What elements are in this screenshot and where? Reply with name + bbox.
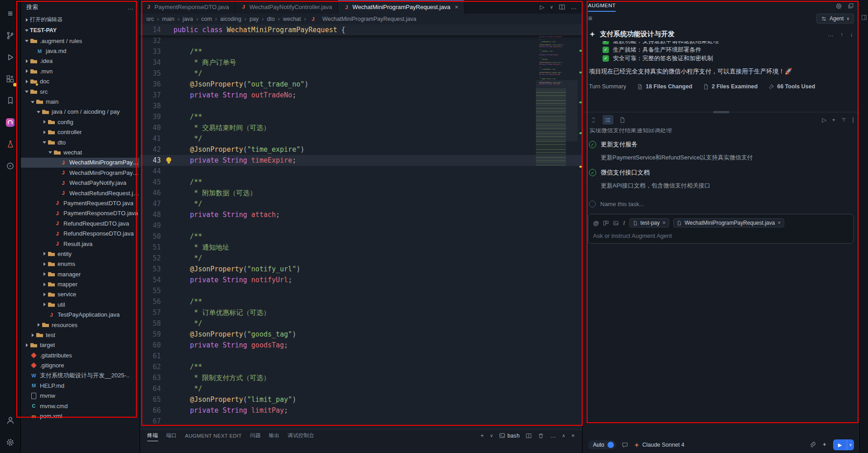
- line-number[interactable]: 34: [140, 57, 161, 68]
- code-line[interactable]: 48 private String attach;: [140, 209, 582, 220]
- code-line[interactable]: 34 * 商户订单号: [140, 57, 582, 68]
- code-line[interactable]: 60 private String goodsTag;: [140, 340, 582, 351]
- code-line[interactable]: 57 * 订单优惠标记（可选）: [140, 307, 582, 318]
- tree-item[interactable]: .gitattributes: [21, 350, 140, 360]
- line-number[interactable]: 64: [140, 383, 161, 394]
- run-button[interactable]: ▷: [540, 4, 545, 10]
- more-actions-icon[interactable]: …: [571, 4, 577, 10]
- tree-item[interactable]: JPaymentResponseDTO.java: [21, 208, 140, 218]
- chat-icon[interactable]: [622, 442, 628, 448]
- auto-mode-toggle[interactable]: Auto: [588, 440, 616, 449]
- line-number[interactable]: 53: [140, 264, 161, 275]
- clipped-task-line[interactable]: 实现微信支付结果通知回调处理: [589, 128, 853, 134]
- tree-item[interactable]: mapper: [21, 279, 140, 289]
- line-number[interactable]: 66: [140, 405, 161, 416]
- tree-item[interactable]: .idea: [21, 56, 140, 66]
- line-number[interactable]: 44: [140, 166, 161, 177]
- collapse-all-icon[interactable]: [588, 115, 599, 125]
- close-tab-icon[interactable]: ×: [455, 4, 458, 10]
- agent-input-placeholder[interactable]: Ask or instruct Augment Agent: [593, 232, 849, 239]
- line-number[interactable]: 61: [140, 351, 161, 361]
- code-line[interactable]: 65 @JsonProperty("limit_pay"): [140, 394, 582, 405]
- image-icon[interactable]: [613, 220, 619, 226]
- files-examined-stat[interactable]: 2 Files Examined: [703, 83, 757, 90]
- tab-ports[interactable]: 端口: [166, 430, 177, 441]
- line-number[interactable]: 55: [140, 285, 161, 296]
- code-line[interactable]: 67: [140, 416, 582, 427]
- kill-terminal-icon[interactable]: [538, 433, 544, 439]
- line-number[interactable]: 36: [140, 79, 161, 90]
- arrow-down-icon[interactable]: ↓: [850, 31, 854, 38]
- tab-payment-response-dto[interactable]: J PaymentResponseDTO.java: [140, 0, 235, 14]
- code-line[interactable]: 43 private String timeExpire;: [140, 155, 582, 166]
- line-number[interactable]: 54: [140, 275, 161, 285]
- add-task-icon[interactable]: +: [832, 116, 835, 123]
- files-changed-stat[interactable]: 18 Files Changed: [637, 83, 692, 90]
- breadcrumb-segment[interactable]: com: [201, 16, 212, 22]
- tree-item[interactable]: JRefundRequestDTO.java: [21, 218, 140, 228]
- tree-item[interactable]: doc: [21, 77, 140, 87]
- breadcrumb-segment[interactable]: dto: [267, 16, 275, 22]
- tree-item[interactable]: test: [21, 330, 140, 340]
- panel-divider[interactable]: [583, 112, 859, 112]
- line-number[interactable]: 58: [140, 318, 161, 329]
- line-number[interactable]: 38: [140, 101, 161, 111]
- line-number[interactable]: 59: [140, 329, 161, 340]
- tree-item[interactable]: mpom.xml: [21, 411, 140, 421]
- settings-gear-icon[interactable]: [0, 431, 21, 453]
- send-options-icon[interactable]: ∨: [847, 439, 854, 450]
- line-number[interactable]: 33: [140, 46, 161, 57]
- code-line[interactable]: 49: [140, 220, 582, 231]
- breadcrumb-segment[interactable]: main: [162, 16, 174, 22]
- tree-item[interactable]: enums: [21, 259, 140, 269]
- code-line[interactable]: 42 @JsonProperty("time_expire"): [140, 144, 582, 155]
- line-number[interactable]: 45: [140, 177, 161, 188]
- tree-item[interactable]: JWechatRefundRequest.ja..: [21, 188, 140, 198]
- task-list-view-icon[interactable]: [603, 115, 613, 125]
- terminal-shell-item[interactable]: bash: [499, 433, 520, 439]
- code-line[interactable]: 45 /**: [140, 177, 582, 188]
- more-actions-icon[interactable]: …: [127, 4, 134, 11]
- breadcrumb-segment[interactable]: wechat: [283, 16, 301, 22]
- code-line[interactable]: 51 * 通知地址: [140, 242, 582, 253]
- run-debug-icon[interactable]: [0, 46, 21, 68]
- task-item[interactable]: ✓ 微信支付接口文档: [589, 169, 853, 177]
- line-number[interactable]: 65: [140, 394, 161, 405]
- tree-item[interactable]: Cmvnw.cmd: [21, 401, 140, 411]
- line-number[interactable]: 42: [140, 144, 161, 155]
- code-editor[interactable]: 14 public class WechatMiniProgramPayRequ…: [140, 24, 582, 429]
- line-number[interactable]: 50: [140, 231, 161, 242]
- tree-item[interactable]: Mjava.md: [21, 46, 140, 56]
- line-number[interactable]: 32: [140, 35, 161, 46]
- code-line[interactable]: 33 /**: [140, 46, 582, 57]
- tree-item[interactable]: JRefundResponseDTO.java: [21, 228, 140, 238]
- code-line[interactable]: 41 */: [140, 133, 582, 144]
- layout-icon[interactable]: [861, 14, 867, 20]
- code-line[interactable]: 39 /**: [140, 111, 582, 122]
- code-line[interactable]: 54 private String notifyUrl;: [140, 275, 582, 285]
- extensions-icon[interactable]: [0, 68, 21, 90]
- code-line[interactable]: 47 */: [140, 198, 582, 209]
- tree-item[interactable]: mvnw: [21, 391, 140, 401]
- tree-item[interactable]: JWechatMiniProgramPayR..: [21, 158, 140, 168]
- line-number[interactable]: 52: [140, 253, 161, 264]
- menu-icon[interactable]: ≡: [0, 3, 21, 24]
- code-line[interactable]: 53 @JsonProperty("notify_url"): [140, 264, 582, 275]
- breadcrumb-segment[interactable]: pay: [250, 16, 259, 22]
- agent-input-box[interactable]: @ I test-pay × WechatMiniProgramPayReque…: [588, 214, 854, 244]
- code-line[interactable]: 35 */: [140, 68, 582, 79]
- remove-chip-icon[interactable]: ×: [662, 220, 665, 226]
- line-number[interactable]: 51: [140, 242, 161, 253]
- tab-terminal[interactable]: 终端: [147, 430, 158, 441]
- code-line[interactable]: 37 private String outTradeNo;: [140, 90, 582, 101]
- enhance-icon[interactable]: [821, 442, 828, 448]
- tab-augment-next-edit[interactable]: AUGMENT NEXT EDIT: [185, 430, 241, 441]
- more-actions-icon[interactable]: …: [550, 432, 556, 439]
- tree-item[interactable]: JTestPayApplication.java: [21, 310, 140, 320]
- line-number[interactable]: 46: [140, 188, 161, 198]
- line-number[interactable]: 40: [140, 122, 161, 133]
- arrow-up-icon[interactable]: ↑: [840, 31, 844, 38]
- code-line[interactable]: 38: [140, 101, 582, 111]
- line-number[interactable]: 41: [140, 133, 161, 144]
- code-line[interactable]: 50 /**: [140, 231, 582, 242]
